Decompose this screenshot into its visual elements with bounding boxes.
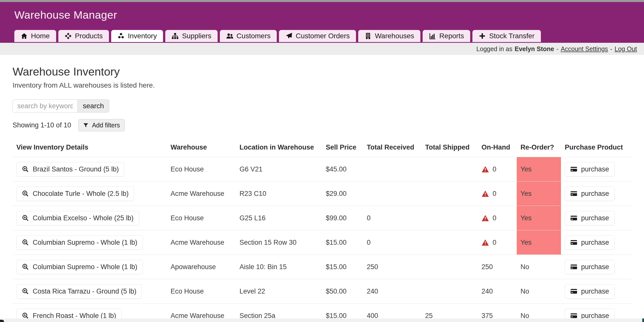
cell-total-shipped [421, 255, 478, 279]
product-name: Columbia Excelso - Whole (25 lb) [33, 214, 134, 222]
tab-label: Inventory [128, 32, 157, 40]
search-button[interactable]: search [77, 99, 109, 113]
col-warehouse: Warehouse [167, 140, 236, 157]
cell-reorder: Yes [517, 230, 561, 255]
tab-label: Home [31, 32, 50, 40]
on-hand-value: 240 [481, 288, 493, 295]
cell-view-details: Columbian Supremo - Whole (1 lb) [13, 255, 167, 279]
view-inventory-details-button[interactable]: Columbian Supremo - Whole (1 lb) [16, 260, 143, 274]
credit-card-icon [570, 239, 577, 245]
tab-products[interactable]: Products [58, 30, 109, 42]
cell-purchase: purchase [561, 206, 631, 230]
separator: - [610, 45, 612, 53]
table-row: Columbia Excelso - Whole (25 lb)Eco Hous… [13, 206, 631, 230]
tab-home[interactable]: Home [14, 30, 56, 42]
credit-card-icon [570, 215, 577, 221]
cell-total-received: 0 [363, 206, 421, 230]
cell-location: Level 22 [236, 279, 322, 304]
inventory-table-body: Brazil Santos - Ground (5 lb)Eco HouseG6… [13, 157, 631, 322]
account-settings-link[interactable]: Account Settings [561, 45, 608, 53]
search-plus-icon [22, 190, 29, 197]
tab-label: Customers [236, 32, 270, 40]
cell-total-received [363, 157, 421, 182]
purchase-label: purchase [581, 165, 609, 173]
tab-customers[interactable]: Customers [220, 30, 277, 42]
log-out-link[interactable]: Log Out [615, 45, 637, 53]
search-plus-icon [22, 288, 29, 295]
search-plus-icon [22, 263, 29, 270]
filter-funnel-icon [83, 123, 89, 128]
tab-label: Warehouses [375, 32, 414, 40]
col-on-hand: On-Hand [478, 140, 517, 157]
credit-card-icon [570, 191, 577, 197]
purchase-button[interactable]: purchase [565, 211, 615, 225]
inventory-table: View Inventory Details Warehouse Locatio… [13, 140, 631, 322]
app-title: Warehouse Manager [0, 2, 644, 22]
main-content: Warehouse Inventory Inventory from ALL w… [0, 66, 644, 322]
tab-label: Reports [439, 32, 464, 40]
col-location-in-warehouse: Location in Warehouse [236, 140, 322, 157]
cell-location: G6 V21 [236, 157, 322, 182]
add-filters-button[interactable]: Add filters [78, 119, 125, 131]
view-inventory-details-button[interactable]: Chocolate Turle - Whole (2.5 lb) [16, 187, 134, 201]
cell-view-details: Columbia Excelso - Whole (25 lb) [13, 206, 167, 230]
cell-view-details: Brazil Santos - Ground (5 lb) [13, 157, 167, 182]
tab-warehouses[interactable]: Warehouses [358, 30, 420, 42]
cell-reorder: No [517, 255, 561, 279]
cell-warehouse: Acme Warehouse [167, 182, 236, 206]
on-hand-value: 0 [493, 190, 496, 198]
logged-in-username: Evelyn Stone [515, 45, 554, 53]
purchase-button[interactable]: purchase [565, 187, 615, 201]
add-filters-label: Add filters [92, 122, 120, 129]
window-top-strip [0, 0, 644, 2]
purchase-button[interactable]: purchase [565, 284, 615, 299]
purchase-label: purchase [581, 263, 609, 271]
table-row: Columbian Supremo - Whole (1 lb)Acme War… [13, 230, 631, 255]
showing-row: Showing 1-10 of 10 Add filters [13, 119, 631, 131]
view-inventory-details-button[interactable]: Columbia Excelso - Whole (25 lb) [16, 211, 139, 225]
cell-purchase: purchase [561, 182, 631, 206]
cell-total-received: 240 [363, 279, 421, 304]
search-input[interactable] [13, 99, 77, 113]
cell-on-hand: 250 [478, 255, 517, 279]
cell-total-received: 0 [363, 230, 421, 255]
cell-on-hand: 0 [478, 230, 517, 255]
cell-warehouse: Eco House [167, 279, 236, 304]
tab-label: Suppliers [182, 32, 211, 40]
page-subtitle: Inventory from ALL warehouses is listed … [13, 82, 631, 89]
cell-total-shipped [421, 230, 478, 255]
tab-customer-orders[interactable]: Customer Orders [279, 30, 356, 42]
search-plus-icon [22, 166, 29, 173]
cell-on-hand: 0 [478, 206, 517, 230]
tab-label: Customer Orders [296, 32, 350, 40]
credit-card-icon [570, 288, 577, 294]
plus-icon [479, 32, 486, 40]
tab-stock-transfer[interactable]: Stock Transfer [472, 30, 541, 42]
view-inventory-details-button[interactable]: Costa Rica Tarrazu - Ground (5 lb) [16, 284, 142, 299]
building-icon [365, 32, 372, 40]
products-icon [65, 32, 72, 40]
cell-total-received [363, 182, 421, 206]
product-name: Costa Rica Tarrazu - Ground (5 lb) [33, 288, 136, 295]
page-title: Warehouse Inventory [13, 66, 631, 77]
cell-sell-price: $99.00 [322, 206, 363, 230]
tab-inventory[interactable]: Inventory [111, 30, 163, 42]
warning-icon [481, 215, 489, 222]
cell-view-details: Costa Rica Tarrazu - Ground (5 lb) [13, 279, 167, 304]
purchase-button[interactable]: purchase [565, 260, 615, 274]
view-inventory-details-button[interactable]: Brazil Santos - Ground (5 lb) [16, 162, 124, 176]
purchase-label: purchase [581, 239, 609, 246]
product-name: Chocolate Turle - Whole (2.5 lb) [33, 190, 129, 198]
cell-reorder: Yes [517, 206, 561, 230]
bottom-left-sliver [0, 320, 4, 322]
user-bar: Logged in as Evelyn Stone - Account Sett… [0, 43, 644, 55]
tab-reports[interactable]: Reports [423, 30, 470, 42]
bottom-right-sliver [642, 318, 644, 322]
col-purchase-product: Purchase Product [561, 140, 631, 157]
purchase-button[interactable]: purchase [565, 162, 615, 176]
view-inventory-details-button[interactable]: Columbian Supremo - Whole (1 lb) [16, 235, 143, 250]
cell-location: Section 15 Row 30 [236, 230, 322, 255]
tab-suppliers[interactable]: Suppliers [165, 30, 218, 42]
bottom-band [0, 318, 644, 322]
purchase-button[interactable]: purchase [565, 235, 615, 250]
